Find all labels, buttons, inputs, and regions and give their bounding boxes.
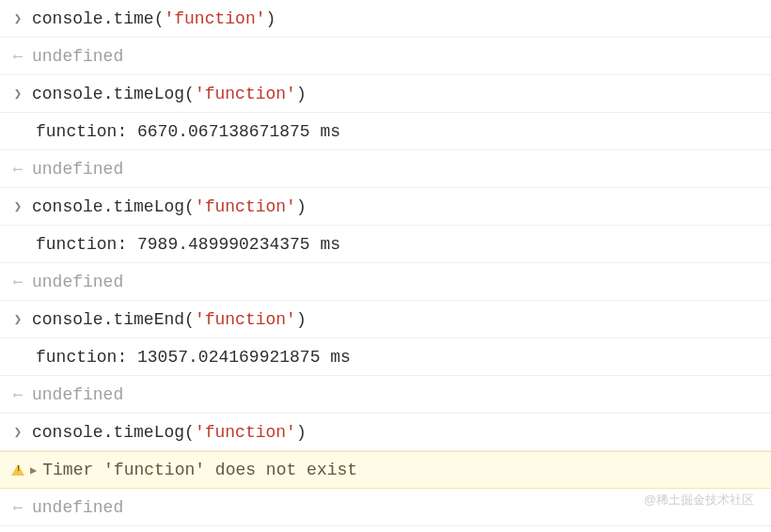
input-arrow-icon: ❯ bbox=[8, 86, 28, 102]
rparen: ) bbox=[296, 310, 307, 329]
timer-output: function: 13057.024169921875 ms bbox=[8, 348, 351, 367]
return-arrow-icon: ⟵ bbox=[8, 161, 28, 177]
string-arg: 'function' bbox=[195, 310, 296, 329]
console-input-row[interactable]: ❯ console.timeLog('function') bbox=[0, 188, 771, 226]
return-arrow-icon: ⟵ bbox=[8, 274, 28, 289]
obj: console bbox=[32, 310, 103, 329]
console-input-row[interactable]: ❯ console.timeEnd('function') bbox=[0, 301, 771, 338]
dot: . bbox=[103, 310, 114, 329]
code-line: console.timeLog('function') bbox=[28, 85, 307, 103]
undefined-value: undefined bbox=[28, 385, 123, 404]
console-return-row: ⟵ undefined bbox=[0, 38, 771, 75]
console-warning-row[interactable]: ▶ Timer 'function' does not exist bbox=[0, 451, 771, 489]
console-return-row: ⟵ undefined bbox=[0, 263, 771, 301]
warning-message: Timer 'function' does not exist bbox=[42, 461, 357, 479]
warning-icon bbox=[8, 464, 28, 476]
method: time bbox=[113, 9, 153, 28]
method: timeLog bbox=[113, 423, 184, 442]
console-log-row: function: 6670.067138671875 ms bbox=[0, 113, 771, 150]
rparen: ) bbox=[266, 9, 276, 28]
undefined-value: undefined bbox=[28, 160, 123, 179]
undefined-value: undefined bbox=[28, 498, 123, 517]
obj: console bbox=[32, 423, 103, 442]
rparen: ) bbox=[296, 423, 307, 442]
lparen: ( bbox=[184, 423, 195, 442]
method: timeLog bbox=[113, 85, 184, 103]
watermark-text: @稀土掘金技术社区 bbox=[644, 492, 754, 509]
lparen: ( bbox=[184, 310, 195, 329]
dot: . bbox=[103, 9, 114, 28]
string-arg: 'function' bbox=[195, 197, 296, 216]
undefined-value: undefined bbox=[28, 47, 123, 66]
timer-output: function: 6670.067138671875 ms bbox=[8, 122, 340, 141]
console-input-row[interactable]: ❯ console.timeLog('function') bbox=[0, 75, 771, 113]
obj: console bbox=[32, 197, 103, 216]
dot: . bbox=[103, 197, 114, 216]
obj: console bbox=[32, 85, 103, 103]
console-return-row: ⟵ undefined bbox=[0, 150, 771, 188]
rparen: ) bbox=[296, 197, 307, 216]
console-input-row[interactable]: ❯ console.timeLog('function') bbox=[0, 414, 771, 451]
code-line: console.timeLog('function') bbox=[28, 197, 307, 216]
input-arrow-icon: ❯ bbox=[8, 198, 28, 214]
lparen: ( bbox=[154, 9, 165, 28]
timer-output: function: 7989.489990234375 ms bbox=[8, 235, 340, 254]
undefined-value: undefined bbox=[28, 273, 123, 291]
expand-caret-icon[interactable]: ▶ bbox=[28, 463, 42, 477]
console-log-row: function: 13057.024169921875 ms bbox=[0, 338, 771, 376]
lparen: ( bbox=[184, 197, 195, 216]
console-return-row: ⟵ undefined bbox=[0, 376, 771, 414]
console-input-row[interactable]: ❯ console.time('function') bbox=[0, 0, 771, 38]
return-arrow-icon: ⟵ bbox=[8, 386, 28, 402]
string-arg: 'function' bbox=[164, 9, 265, 28]
return-arrow-icon: ⟵ bbox=[8, 499, 28, 515]
obj: console bbox=[32, 9, 103, 28]
input-arrow-icon: ❯ bbox=[8, 10, 28, 26]
method: timeLog bbox=[113, 197, 184, 216]
dot: . bbox=[103, 85, 114, 103]
code-line: console.timeLog('function') bbox=[28, 423, 307, 442]
code-line: console.timeEnd('function') bbox=[28, 310, 307, 329]
lparen: ( bbox=[184, 85, 195, 103]
string-arg: 'function' bbox=[195, 85, 296, 103]
method: timeEnd bbox=[113, 310, 184, 329]
dot: . bbox=[103, 423, 114, 442]
rparen: ) bbox=[296, 85, 307, 103]
console-log-row: function: 7989.489990234375 ms bbox=[0, 226, 771, 263]
code-line: console.time('function') bbox=[28, 9, 275, 28]
string-arg: 'function' bbox=[195, 423, 296, 442]
input-arrow-icon: ❯ bbox=[8, 424, 28, 440]
return-arrow-icon: ⟵ bbox=[8, 48, 28, 64]
input-arrow-icon: ❯ bbox=[8, 311, 28, 327]
